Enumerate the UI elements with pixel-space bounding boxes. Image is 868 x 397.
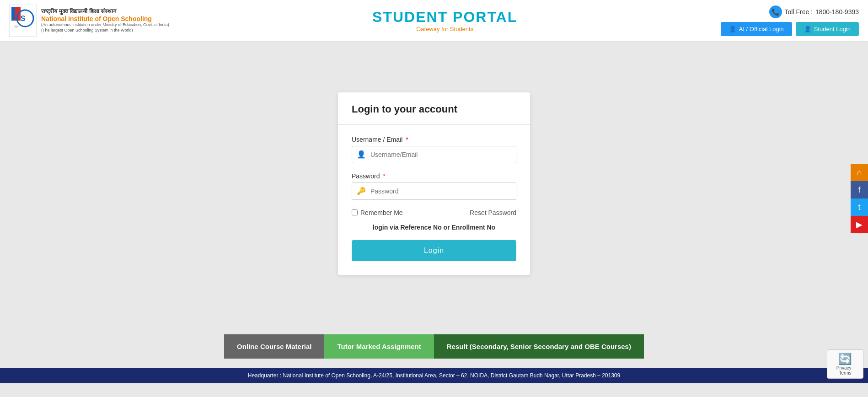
student-login-button[interactable]: 👤 Student Login [796, 22, 859, 36]
social-youtube-button[interactable]: ▶ [851, 216, 868, 233]
student-icon: 👤 [804, 26, 811, 32]
social-home-button[interactable]: ⌂ [851, 164, 868, 181]
logo-name: National Institute of Open Schooling [41, 15, 169, 22]
key-icon: 🔑 [352, 187, 370, 195]
recaptcha-icon: 🔄 [832, 353, 858, 365]
svg-text:S: S [21, 15, 26, 22]
portal-subtitle: Gateway for Students [169, 26, 721, 32]
online-course-material-button[interactable]: Online Course Material [224, 334, 324, 359]
logo-sub2: (The largest Open Schooling System in th… [41, 28, 169, 33]
tutor-marked-assignment-button[interactable]: Tutor Marked Assignment [324, 334, 434, 359]
remember-me-label: Remember Me [360, 209, 403, 216]
remember-me-checkbox[interactable] [352, 209, 358, 215]
username-input-wrapper: 👤 [352, 146, 516, 163]
user-icon: 👤 [729, 26, 736, 32]
username-icon: 👤 [352, 150, 370, 159]
footer-buttons: Online Course Material Tutor Marked Assi… [0, 325, 868, 368]
phone-icon: 📞 [769, 5, 782, 18]
student-login-label: Student Login [814, 26, 851, 32]
twitter-icon: t [858, 203, 860, 212]
toll-free-label: Toll Free : [785, 8, 813, 16]
social-facebook-button[interactable]: f [851, 181, 868, 198]
headquarter-text: Headquarter : National Institute of Open… [248, 372, 620, 379]
social-sidebar: ⌂ f t ▶ [851, 164, 868, 233]
username-input[interactable] [370, 146, 516, 163]
username-group: Username / Email * 👤 [352, 136, 516, 163]
recaptcha-label: Privacy · Terms [832, 365, 858, 376]
toll-free: 📞 Toll Free : 1800-180-9393 [769, 5, 859, 18]
login-ref-text: login via Reference No or Enrollment No [352, 224, 516, 231]
result-button[interactable]: Result (Secondary, Senior Secondary and … [434, 334, 644, 359]
username-required-star: * [406, 136, 408, 143]
header-right: 📞 Toll Free : 1800-180-9393 👤 AI / Offic… [721, 5, 859, 36]
header: S ISO राष्ट्रीय मुक्त विद्यालयी शिक्षा स… [0, 0, 868, 42]
svg-text:ISO: ISO [14, 25, 18, 28]
nios-logo-icon: S ISO [9, 5, 37, 37]
svg-rect-2 [11, 7, 15, 21]
logo-name-bold: Open Schooling [103, 15, 152, 22]
reset-password-link[interactable]: Reset Password [470, 209, 516, 216]
login-title: Login to your account [352, 103, 516, 115]
toll-free-number: 1800-180-9393 [815, 8, 859, 16]
remember-me-group: Remember Me [352, 209, 403, 216]
password-input-wrapper: 🔑 [352, 182, 516, 200]
login-card-header: Login to your account [338, 92, 530, 125]
username-label: Username / Email * [352, 136, 516, 143]
ai-login-button[interactable]: 👤 AI / Official Login [721, 22, 792, 36]
password-group: Password * 🔑 [352, 172, 516, 200]
facebook-icon: f [858, 185, 860, 195]
logo-area: S ISO राष्ट्रीय मुक्त विद्यालयी शिक्षा स… [9, 5, 169, 37]
password-required-star: * [383, 172, 385, 180]
password-label: Password * [352, 172, 516, 180]
login-card-body: Username / Email * 👤 Password * 🔑 [338, 125, 530, 275]
logo-name-prefix: National Institute of [41, 15, 103, 22]
portal-title-area: STUDENT PORTAL Gateway for Students [169, 9, 721, 32]
logo-sub1: (An autonomous institution under Ministr… [41, 22, 169, 28]
logo-hindi: राष्ट्रीय मुक्त विद्यालयी शिक्षा संस्थान [41, 8, 169, 15]
login-button[interactable]: Login [352, 240, 516, 261]
main-content: Login to your account Username / Email *… [0, 42, 868, 325]
portal-title: STUDENT PORTAL [169, 9, 721, 26]
remember-reset-row: Remember Me Reset Password [352, 209, 516, 216]
social-twitter-button[interactable]: t [851, 198, 868, 216]
bottom-bar: Headquarter : National Institute of Open… [0, 368, 868, 383]
logo-text: राष्ट्रीय मुक्त विद्यालयी शिक्षा संस्थान… [41, 8, 169, 33]
recaptcha-area: 🔄 Privacy · Terms [827, 349, 863, 379]
login-card: Login to your account Username / Email *… [338, 92, 530, 275]
ai-login-label: AI / Official Login [739, 26, 784, 32]
youtube-icon: ▶ [856, 220, 863, 230]
header-buttons: 👤 AI / Official Login 👤 Student Login [721, 22, 859, 36]
home-icon: ⌂ [857, 168, 862, 177]
password-input[interactable] [370, 183, 516, 199]
